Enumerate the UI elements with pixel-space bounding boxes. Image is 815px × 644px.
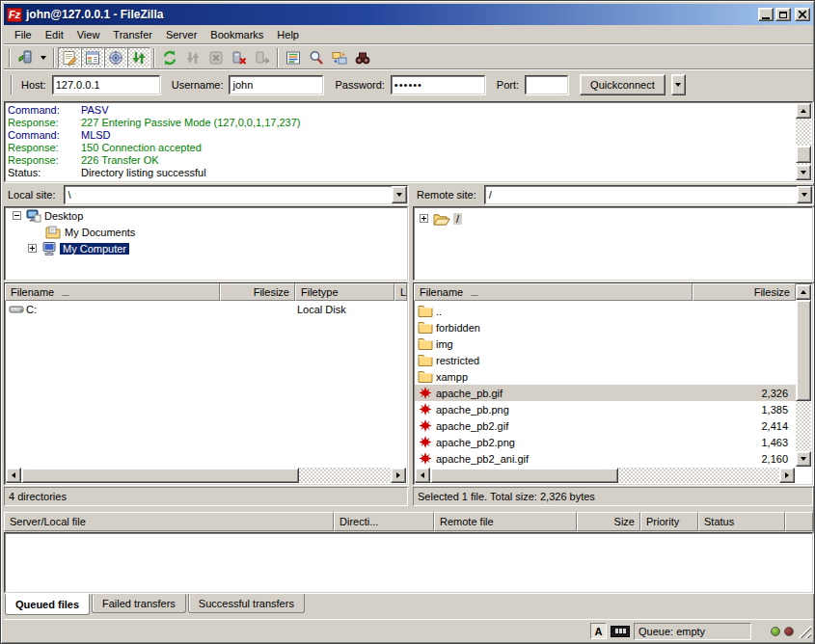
scroll-left-button[interactable]: [6, 468, 21, 483]
column-header-remote-file[interactable]: Remote file: [434, 512, 577, 531]
expand-icon[interactable]: [420, 214, 428, 223]
toggle-remote-tree-button[interactable]: [104, 47, 127, 68]
port-input[interactable]: [525, 75, 568, 94]
filezilla-window: Fz john@127.0.0.1 - FileZilla File Edit …: [0, 0, 815, 644]
remote-file-row[interactable]: apache_pb.png 1,385: [415, 401, 796, 417]
remote-site-dropdown[interactable]: [797, 186, 812, 203]
column-header-priority[interactable]: Priority: [640, 512, 698, 531]
column-header-server-local-file[interactable]: Server/Local file: [4, 512, 334, 531]
menu-edit[interactable]: Edit: [39, 27, 70, 42]
find-files-button[interactable]: [305, 47, 328, 68]
remote-file-row[interactable]: img: [415, 335, 796, 352]
quickconnect-button[interactable]: Quickconnect: [580, 74, 666, 95]
disconnect-button[interactable]: [228, 47, 251, 68]
username-input[interactable]: [229, 75, 323, 94]
remote-file-row[interactable]: apache_pb2.gif 2,414: [415, 417, 796, 434]
column-header-filesize[interactable]: Filesize: [693, 283, 796, 301]
quickconnect-dropdown[interactable]: [671, 74, 686, 95]
remote-file-row[interactable]: ..: [415, 303, 796, 319]
tree-item-desktop[interactable]: Desktop: [5, 207, 407, 224]
menu-transfer[interactable]: Transfer: [106, 27, 159, 42]
column-header-filename[interactable]: Filename: [414, 283, 693, 301]
remote-vertical-scrollbar[interactable]: [796, 284, 811, 467]
queue-list[interactable]: [4, 532, 813, 593]
site-manager-dropdown[interactable]: [37, 47, 50, 68]
column-header-filename[interactable]: Filename: [5, 283, 220, 301]
local-file-row[interactable]: C: Local Disk: [5, 301, 407, 317]
minimize-button[interactable]: [758, 8, 774, 21]
tree-item-label: My Documents: [65, 227, 135, 238]
scrollbar-thumb[interactable]: [430, 468, 618, 483]
arrow-right-icon: [785, 472, 789, 478]
site-manager-button[interactable]: [14, 47, 37, 68]
directory-comparison-button[interactable]: [328, 47, 351, 68]
scroll-up-button[interactable]: [796, 284, 811, 300]
collapse-icon[interactable]: [13, 211, 21, 220]
folder-icon: [418, 354, 433, 366]
tab-queued-files[interactable]: Queued files: [5, 594, 90, 615]
column-header-direction[interactable]: Directi...: [334, 512, 434, 531]
dropdown-icon: [41, 56, 46, 60]
remote-site-combo[interactable]: /: [484, 185, 813, 204]
tree-item-my-computer[interactable]: My Computer: [5, 240, 407, 256]
scroll-up-button[interactable]: [796, 103, 811, 119]
speed-limits-icon[interactable]: [611, 626, 630, 637]
tab-successful-transfers[interactable]: Successful transfers: [188, 594, 305, 613]
host-input[interactable]: [52, 75, 160, 94]
tree-item-root[interactable]: /: [414, 210, 812, 227]
toggle-transfer-queue-button[interactable]: [127, 47, 150, 68]
column-header-filesize[interactable]: Filesize: [220, 283, 295, 301]
local-site-dropdown[interactable]: [392, 186, 407, 203]
password-input[interactable]: [391, 75, 485, 94]
menu-file[interactable]: File: [8, 27, 39, 42]
log-scrollbar[interactable]: [796, 103, 811, 180]
remote-file-row[interactable]: xampp: [415, 368, 796, 385]
scroll-right-button[interactable]: [391, 468, 406, 483]
column-header-last-modified[interactable]: L: [394, 283, 407, 301]
menu-bookmarks[interactable]: Bookmarks: [204, 27, 270, 42]
menu-view[interactable]: View: [70, 27, 107, 42]
column-header-size[interactable]: Size: [577, 512, 640, 531]
directory-comparison-icon: [332, 50, 347, 66]
remote-file-row[interactable]: restricted: [415, 352, 796, 368]
expand-icon[interactable]: [28, 244, 37, 253]
remote-file-row[interactable]: forbidden: [415, 319, 796, 335]
column-header-status[interactable]: Status: [698, 512, 785, 531]
tree-item-my-documents[interactable]: My Documents: [5, 224, 407, 240]
scrollbar-thumb[interactable]: [796, 300, 811, 401]
toggle-log-view-button[interactable]: [58, 47, 81, 68]
file-name: forbidden: [436, 322, 699, 334]
menu-help[interactable]: Help: [270, 27, 306, 42]
synchronized-browsing-button[interactable]: [351, 47, 374, 68]
remote-file-row-selected[interactable]: apache_pb.gif 2,326: [415, 385, 796, 401]
reconnect-button[interactable]: [251, 47, 274, 68]
scroll-down-button[interactable]: [796, 165, 811, 180]
resize-grip[interactable]: [798, 625, 811, 638]
toggle-local-tree-button[interactable]: [81, 47, 104, 68]
local-site-combo[interactable]: \: [64, 185, 408, 204]
remote-file-row[interactable]: apache_pb2.png 1,463: [415, 434, 796, 450]
scroll-left-button[interactable]: [415, 468, 430, 483]
scroll-down-button[interactable]: [796, 451, 811, 467]
data-type-indicator[interactable]: A: [590, 623, 607, 639]
remote-horizontal-scrollbar[interactable]: [415, 468, 795, 483]
column-header-filetype[interactable]: Filetype: [295, 283, 394, 301]
maximize-button[interactable]: [775, 8, 791, 21]
host-label: Host:: [21, 79, 46, 91]
queue-size-panel: Queue: empty: [634, 623, 751, 640]
close-button[interactable]: [795, 8, 810, 21]
remote-file-row[interactable]: apache_pb2_ani.gif 2,160: [415, 450, 796, 467]
directory-listing-filters-button[interactable]: [282, 47, 305, 68]
scrollbar-thumb[interactable]: [796, 146, 811, 163]
tab-failed-transfers[interactable]: Failed transfers: [92, 594, 186, 613]
menu-server[interactable]: Server: [159, 27, 204, 42]
refresh-button[interactable]: [158, 47, 181, 68]
scrollbar-thumb[interactable]: [21, 468, 299, 483]
scroll-right-button[interactable]: [779, 468, 795, 483]
cancel-operation-button[interactable]: [204, 47, 228, 68]
image-file-icon: [418, 386, 433, 400]
log-line: Response:150 Connection accepted: [6, 142, 795, 154]
process-queue-button[interactable]: [181, 47, 204, 68]
local-horizontal-scrollbar[interactable]: [6, 468, 406, 483]
quickbar-gripper: [11, 75, 13, 94]
